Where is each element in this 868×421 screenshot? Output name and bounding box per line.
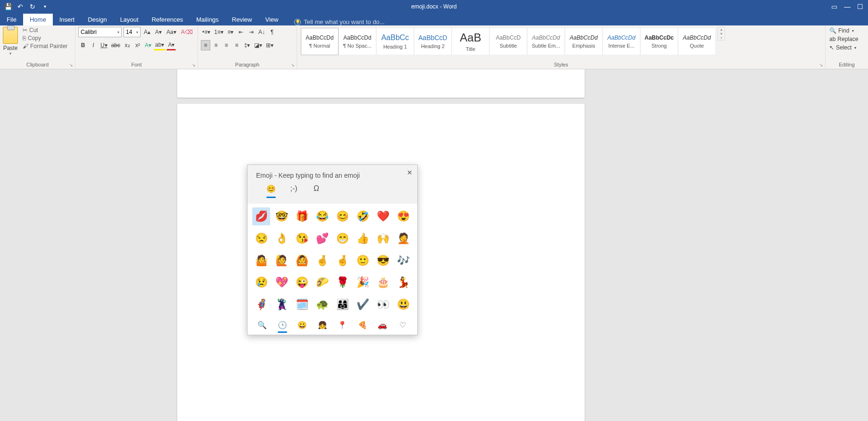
- shrink-font-button[interactable]: A▾: [154, 27, 163, 37]
- emoji-cell[interactable]: 🗓️: [293, 296, 311, 314]
- emoji-cell[interactable]: 😊: [333, 207, 351, 225]
- emoji-cell[interactable]: 💖: [273, 273, 290, 291]
- emoji-category[interactable]: 🚗: [376, 319, 389, 331]
- emoji-cell[interactable]: 🙋: [273, 252, 290, 270]
- justify-button[interactable]: ≡: [232, 40, 241, 50]
- change-case-button[interactable]: Aa▾: [165, 27, 178, 37]
- select-button[interactable]: ↖Select▾: [829, 44, 858, 51]
- bullets-button[interactable]: •≡▾: [201, 27, 212, 37]
- style--normal[interactable]: AaBbCcDd¶ Normal: [301, 28, 339, 55]
- align-left-button[interactable]: ≡: [201, 40, 210, 50]
- emoji-cell[interactable]: 👌: [273, 230, 290, 248]
- maximize-icon[interactable]: ☐: [857, 3, 863, 10]
- emoji-cell[interactable]: 🤞: [313, 252, 331, 270]
- emoji-cell[interactable]: 😁: [333, 230, 351, 248]
- emoji-cell[interactable]: 🤞: [333, 252, 351, 270]
- emoji-cell[interactable]: 🎶: [394, 252, 412, 270]
- borders-button[interactable]: ⊞▾: [265, 40, 275, 50]
- emoji-cell[interactable]: 🤓: [273, 207, 290, 225]
- emoji-cell[interactable]: 😒: [252, 230, 270, 248]
- undo-icon[interactable]: ↶: [16, 2, 25, 11]
- emoji-cell[interactable]: 🌹: [333, 273, 351, 291]
- font-launcher-icon[interactable]: ↘: [192, 63, 196, 67]
- emoji-cell[interactable]: 🎂: [374, 273, 392, 291]
- emoji-cell[interactable]: 😢: [252, 273, 270, 291]
- strikethrough-button[interactable]: abc: [110, 40, 122, 50]
- font-size-combo[interactable]: 14▾: [124, 27, 141, 37]
- emoji-cell[interactable]: 👀: [374, 296, 392, 314]
- tab-references[interactable]: References: [145, 14, 190, 25]
- emoji-cell[interactable]: 😂: [313, 207, 331, 225]
- style-emphasis[interactable]: AaBbCcDdEmphasis: [565, 28, 603, 55]
- emoji-category[interactable]: 📍: [336, 319, 348, 331]
- numbering-button[interactable]: 1≡▾: [213, 27, 225, 37]
- emoji-cell[interactable]: 💃: [394, 273, 412, 291]
- tell-me-search[interactable]: 💡 Tell me what you want to do...: [294, 18, 384, 25]
- emoji-category[interactable]: 😀: [296, 319, 308, 331]
- emoji-cell[interactable]: 🐢: [313, 296, 331, 314]
- emoji-cell[interactable]: 🙂: [354, 252, 372, 270]
- emoji-cell[interactable]: 😎: [374, 252, 392, 270]
- document-area[interactable]: [0, 69, 868, 421]
- italic-button[interactable]: I: [89, 40, 98, 50]
- bold-button[interactable]: B: [78, 40, 88, 50]
- clear-formatting-button[interactable]: A⌫: [180, 27, 194, 37]
- emoji-category[interactable]: 👧: [316, 319, 329, 331]
- sort-button[interactable]: A↓: [257, 27, 266, 37]
- emoji-cell[interactable]: 😜: [293, 273, 311, 291]
- tab-design[interactable]: Design: [81, 14, 113, 25]
- emoji-cell[interactable]: 🦹: [273, 296, 290, 314]
- emoji-cell[interactable]: 😍: [394, 207, 412, 225]
- tab-home[interactable]: Home: [23, 14, 53, 25]
- emoji-cell[interactable]: ✔️: [354, 296, 372, 314]
- emoji-cell[interactable]: 🦸: [252, 296, 270, 314]
- highlight-button[interactable]: ab▾: [154, 40, 165, 50]
- minimize-icon[interactable]: —: [844, 3, 851, 10]
- emoji-cell[interactable]: 😘: [293, 230, 311, 248]
- cut-button[interactable]: ✂Cut: [23, 27, 67, 33]
- tab-mailings[interactable]: Mailings: [190, 14, 225, 25]
- paste-button[interactable]: Paste ▾: [3, 27, 21, 56]
- styles-launcher-icon[interactable]: ↘: [819, 63, 823, 67]
- close-icon[interactable]: ✕: [407, 169, 413, 176]
- emoji-tab-kaomoji[interactable]: ;-): [287, 182, 300, 195]
- emoji-category[interactable]: 🍕: [356, 319, 369, 331]
- emoji-tab-symbols[interactable]: Ω: [310, 182, 323, 195]
- find-button[interactable]: 🔍Find▾: [829, 27, 858, 34]
- font-color-button[interactable]: A▾: [166, 40, 176, 50]
- emoji-cell[interactable]: 😃: [394, 296, 412, 314]
- emoji-cell[interactable]: 🎁: [293, 207, 311, 225]
- emoji-category[interactable]: ♡: [397, 319, 409, 331]
- emoji-cell[interactable]: 🙆: [293, 252, 311, 270]
- superscript-button[interactable]: x²: [133, 40, 142, 50]
- emoji-cell[interactable]: 🤦: [394, 230, 412, 248]
- emoji-category[interactable]: 🕒: [276, 319, 289, 331]
- shading-button[interactable]: ◪▾: [253, 40, 264, 50]
- emoji-tab-emoji[interactable]: 😊: [265, 182, 278, 195]
- style-heading-1[interactable]: AaBbCcHeading 1: [376, 28, 414, 55]
- tab-review[interactable]: Review: [225, 14, 259, 25]
- subscript-button[interactable]: x₂: [123, 40, 132, 50]
- underline-button[interactable]: U▾: [99, 40, 109, 50]
- style-title[interactable]: AaBTitle: [452, 28, 489, 55]
- emoji-category[interactable]: 🔍: [256, 319, 268, 331]
- ribbon-options-icon[interactable]: ▭: [831, 3, 837, 10]
- clipboard-launcher-icon[interactable]: ↘: [69, 63, 73, 67]
- emoji-cell[interactable]: 🤷: [252, 252, 270, 270]
- emoji-cell[interactable]: ❤️: [374, 207, 392, 225]
- tab-layout[interactable]: Layout: [114, 14, 145, 25]
- paragraph-launcher-icon[interactable]: ↘: [291, 63, 295, 67]
- text-effects-button[interactable]: A▾: [143, 40, 153, 50]
- emoji-cell[interactable]: 💋: [252, 207, 270, 225]
- decrease-indent-button[interactable]: ⇤: [236, 27, 246, 37]
- emoji-cell[interactable]: 👨‍👩‍👧: [333, 296, 351, 314]
- style-subtitle[interactable]: AaBbCcDSubtitle: [489, 28, 527, 55]
- align-center-button[interactable]: ≡: [211, 40, 221, 50]
- increase-indent-button[interactable]: ⇥: [247, 27, 256, 37]
- emoji-cell[interactable]: 👍: [354, 230, 372, 248]
- style-strong[interactable]: AaBbCcDcStrong: [640, 28, 678, 55]
- redo-icon[interactable]: ↻: [28, 2, 37, 11]
- font-name-combo[interactable]: Calibri▾: [78, 27, 122, 37]
- line-spacing-button[interactable]: ‡▾: [242, 40, 252, 50]
- style-intense-e-[interactable]: AaBbCcDdIntense E...: [603, 28, 640, 55]
